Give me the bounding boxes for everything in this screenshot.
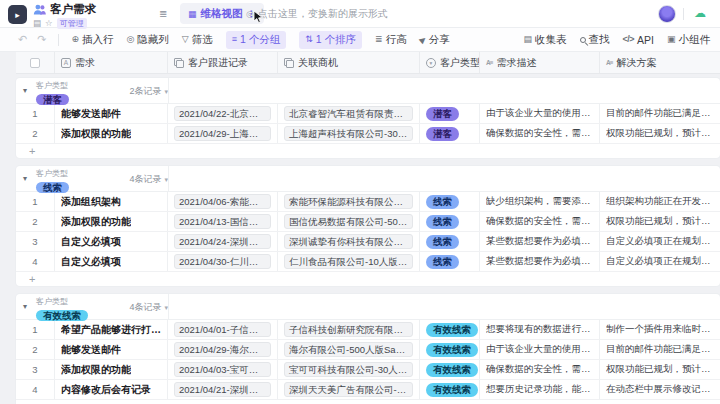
cell-desc[interactable]: 某些数据想要作为必填项，来获... [480,232,600,251]
row-number-cell[interactable]: 4 [16,380,55,399]
cell-demand[interactable]: 添加权限的功能 [55,212,168,231]
row-number-cell[interactable]: 2 [16,340,55,359]
record-count[interactable]: 4条记录▾ [80,173,168,186]
collapse-arrow-icon[interactable]: ▾ [23,302,27,311]
hide-fields-button[interactable]: ◎隐藏列 [126,33,168,47]
cell-desc[interactable]: 想要历史记录功能，能及时查看... [480,380,600,399]
cell-record[interactable]: 2021/04/13-国信优易数据... [168,212,278,231]
row-height-button[interactable]: ≣行高 [375,33,407,47]
cell-desc[interactable]: 由于该企业大量的使用邮件进行... [480,104,600,123]
add-row-button[interactable]: + [16,400,720,404]
row-number-cell[interactable]: 3 [16,360,55,379]
row-number-cell[interactable]: 2 [16,212,55,231]
cell-desc[interactable]: 确保数据的安全性，需要拥有权... [480,212,600,231]
cell-opportunity[interactable]: 海尔有限公司-500人版SaaS系统-试用... [278,340,420,359]
cell-opportunity[interactable]: 上海超声科技有限公司-30人版SaaS系... [278,124,420,143]
cell-opportunity[interactable]: 深圳诚挚有你科技有限公司-500人版Sa... [278,232,420,251]
cloud-sync-icon[interactable]: ☁ [694,6,706,20]
cell-opportunity[interactable]: 北京睿智汽车租赁有限责任公司-10人... [278,104,420,123]
form-button[interactable]: ▤收集表 [524,33,567,47]
cell-demand[interactable]: 添加组织架构 [55,192,168,211]
redo-button[interactable]: ↷ [37,34,46,45]
cell-record[interactable]: 2021/04/22-北京睿智汽车... [168,104,278,123]
undo-button[interactable]: ↶ [18,34,27,45]
sidebar-expand-button[interactable]: ▸ [8,5,27,24]
cell-type[interactable]: 线索 [420,252,480,271]
cell-type[interactable]: 线索 [420,212,480,231]
cell-opportunity[interactable]: 宝可可科技有限公司-30人版SaaS系统-... [278,360,420,379]
cell-type[interactable]: 线索 [420,232,480,251]
cell-desc[interactable]: 由于该企业大量的使用邮件进行... [480,340,600,359]
cell-solution[interactable]: 目前的邮件功能已满足对方... [600,340,720,359]
row-number-cell[interactable]: 2 [16,124,55,143]
cell-type[interactable]: 潜客 [420,124,480,143]
cell-opportunity[interactable]: 仁川食品有限公司-10人版SaaS系统-成... [278,252,420,271]
cell-desc[interactable]: 确保数据的安全性，需要拥有权... [480,360,600,379]
cell-demand[interactable]: 自定义必填项 [55,252,168,271]
cell-type[interactable]: 有效线索 [420,360,480,379]
cell-type[interactable]: 潜客 [420,104,480,123]
favorite-star-icon[interactable]: ☆ [45,19,53,28]
cell-solution[interactable]: 目前的邮件功能已满足对方... [600,104,720,123]
cell-desc[interactable]: 某些数据想要作为必填项，来获... [480,252,600,271]
record-count[interactable]: 2条记录▾ [80,85,168,98]
api-button[interactable]: </>API [623,34,654,46]
cell-demand[interactable]: 添加权限的功能 [55,360,168,379]
cell-solution[interactable]: 制作一个插件用来临时打印... [600,320,720,339]
cell-type[interactable]: 线索 [420,192,480,211]
cell-record[interactable]: 2021/04/06-索能环保能源... [168,192,278,211]
group-button[interactable]: ≡1 个分组 [226,31,287,49]
cell-type[interactable]: 有效线索 [420,380,480,399]
cell-record[interactable]: 2021/04/24-深圳诚挚有你... [168,232,278,251]
cell-solution[interactable]: 在动态栏中展示修改记录，... [600,380,720,399]
cell-desc[interactable]: 确保数据的安全性，需要拥有权... [480,124,600,143]
column-header-2[interactable]: 客户跟进记录 [168,52,278,73]
cell-demand[interactable]: 内容修改后会有记录 [55,380,168,399]
cell-type[interactable]: 有效线索 [420,320,480,339]
row-number-cell[interactable]: 3 [16,232,55,251]
column-header-3[interactable]: 关联商机 [278,52,420,73]
view-switch-hint[interactable]: ◎ 点击这里，变换新的展示形式 [246,7,388,21]
cell-opportunity[interactable]: 索能环保能源科技有限公司-30人版Saa... [278,192,420,211]
add-row-button[interactable]: + [16,144,720,158]
share-button[interactable]: ▶分享 [420,33,450,47]
cell-solution[interactable]: 权限功能已规划，预计在3.0... [600,212,720,231]
cell-solution[interactable]: 自定义必填项正在规划当中... [600,252,720,271]
row-number-cell[interactable]: 4 [16,252,55,271]
cell-opportunity[interactable]: 子信科技创新研究院有限公司-10人版S... [278,320,420,339]
cell-solution[interactable]: 权限功能已规划，预计在3.0... [600,360,720,379]
cell-record[interactable]: 2021/04/29-上海超声科技... [168,124,278,143]
cell-demand[interactable]: 自定义必填项 [55,232,168,251]
cell-opportunity[interactable]: 深圳天天美广告有限公司-30人版SaaS... [278,380,420,399]
collapse-arrow-icon[interactable]: ▾ [23,174,27,183]
cell-demand[interactable]: 能够发送邮件 [55,104,168,123]
filter-button[interactable]: ▽筛选 [182,33,213,47]
cell-desc[interactable]: 想要将现有的数据进行打印出来... [480,320,600,339]
cell-solution[interactable]: 权限功能已规划，预计在3.0... [600,124,720,143]
collapse-arrow-icon[interactable]: ▾ [23,86,27,95]
cell-solution[interactable]: 组织架构功能正在开发过程... [600,192,720,211]
cell-desc[interactable]: 缺少组织架构，需要添加组织架... [480,192,600,211]
cell-type[interactable]: 有效线索 [420,340,480,359]
cell-record[interactable]: 2021/04/01-子信科技创新... [168,320,278,339]
cell-record[interactable]: 2021/04/30-仁川食品有限... [168,252,278,271]
cell-solution[interactable]: 自定义必填项正在规划当中... [600,232,720,251]
cell-record[interactable]: 2021/04/21-深圳天天美广... [168,380,278,399]
insert-row-button[interactable]: ⊕插入行 [71,33,113,47]
cell-demand[interactable]: 添加权限的功能 [55,124,168,143]
column-header-6[interactable]: A≡解决方案 [600,52,720,73]
record-count[interactable]: 4条记录▾ [80,301,168,314]
column-header-5[interactable]: A≡需求描述 [480,52,600,73]
cell-opportunity[interactable]: 国信优易数据有限公司-500人版SaaS... [278,212,420,231]
node-doc-icon[interactable]: ▤ [33,19,41,28]
column-header-4[interactable]: ▾客户类型 [420,52,480,73]
avatar[interactable] [658,5,676,23]
search-button[interactable]: 查找 [580,33,610,47]
sort-button[interactable]: ⇅1 个排序 [299,31,362,49]
widget-button[interactable]: ▣小组件 [667,33,710,47]
cell-record[interactable]: 2021/04/29-海尔有限公司... [168,340,278,359]
cell-demand[interactable]: 能够发送邮件 [55,340,168,359]
add-row-button[interactable]: + [16,272,720,286]
view-list-icon[interactable]: ≣ [159,8,167,19]
select-all-checkbox[interactable] [30,58,40,68]
